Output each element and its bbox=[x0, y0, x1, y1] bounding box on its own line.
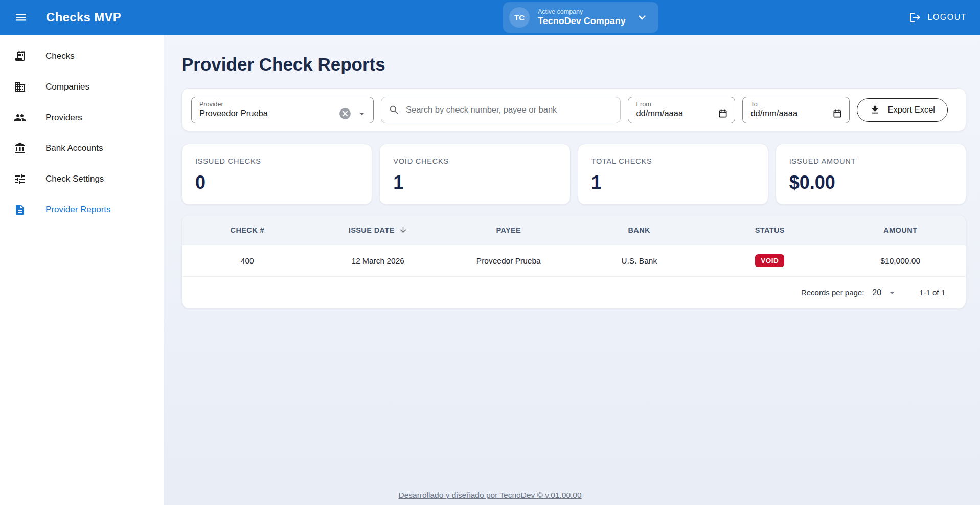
cell-issue-date: 12 March 2026 bbox=[313, 245, 444, 276]
sidebar-item-check-settings[interactable]: Check Settings bbox=[0, 164, 164, 194]
table-row[interactable]: 400 12 March 2026 Proveedor Prueba U.S. … bbox=[182, 245, 966, 276]
date-from-field[interactable]: From dd/mm/aaaa bbox=[628, 97, 735, 123]
chevron-down-icon bbox=[635, 10, 649, 25]
checks-table: CHECK # ISSUE DATE PAYEE BANK STATUS AMO… bbox=[181, 215, 966, 309]
stat-value: 1 bbox=[591, 172, 755, 193]
column-header-issue-date[interactable]: ISSUE DATE bbox=[313, 215, 444, 245]
search-input[interactable] bbox=[406, 105, 613, 115]
document-icon bbox=[14, 204, 26, 216]
bank-icon bbox=[14, 142, 26, 155]
date-to-label: To bbox=[750, 101, 757, 108]
footer-credit-link[interactable]: Desarrollado y diseñado por TecnoDev © v… bbox=[398, 491, 581, 499]
cell-bank: U.S. Bank bbox=[574, 245, 705, 276]
cell-payee: Proveedor Prueba bbox=[443, 245, 574, 276]
date-from-label: From bbox=[636, 101, 651, 108]
building-icon bbox=[14, 81, 26, 93]
column-header-status[interactable]: STATUS bbox=[704, 215, 835, 245]
receipt-icon bbox=[14, 50, 26, 62]
cell-amount: $10,000.00 bbox=[835, 245, 966, 276]
sidebar-item-label: Companies bbox=[45, 82, 89, 92]
sidebar-nav: Checks Companies Providers Bank Accounts… bbox=[0, 35, 164, 505]
sidebar-item-checks[interactable]: Checks bbox=[0, 41, 164, 72]
stat-card-issued-amount: ISSUED AMOUNT $0.00 bbox=[776, 144, 966, 205]
sidebar-item-label: Bank Accounts bbox=[45, 143, 103, 153]
people-icon bbox=[14, 112, 26, 124]
sort-desc-icon bbox=[399, 226, 407, 234]
export-excel-label: Export Excel bbox=[887, 105, 935, 115]
search-box bbox=[381, 97, 621, 123]
sidebar-item-bank-accounts[interactable]: Bank Accounts bbox=[0, 133, 164, 164]
app-title: Checks MVP bbox=[46, 10, 121, 25]
status-badge: VOID bbox=[755, 254, 784, 267]
column-header-check-number[interactable]: CHECK # bbox=[182, 215, 313, 245]
date-from-value: dd/mm/aaaa bbox=[636, 108, 718, 118]
logout-icon bbox=[909, 11, 921, 24]
sidebar-item-providers[interactable]: Providers bbox=[0, 102, 164, 133]
stat-label: VOID CHECKS bbox=[393, 157, 556, 165]
tune-sliders-icon bbox=[14, 173, 26, 185]
stat-label: ISSUED AMOUNT bbox=[789, 157, 952, 165]
provider-select-label: Provider bbox=[199, 101, 223, 108]
export-excel-button[interactable]: Export Excel bbox=[857, 98, 948, 122]
footer: Desarrollado y diseñado por TecnoDev © v… bbox=[0, 491, 980, 500]
calendar-icon[interactable] bbox=[832, 108, 842, 119]
provider-select[interactable]: Provider Proveedor Prueba bbox=[191, 97, 374, 123]
date-to-value: dd/mm/aaaa bbox=[750, 108, 832, 118]
sidebar-item-label: Provider Reports bbox=[45, 205, 111, 215]
stat-label: ISSUED CHECKS bbox=[195, 157, 358, 165]
records-per-page-value: 20 bbox=[872, 288, 881, 297]
pagination-range: 1-1 of 1 bbox=[919, 288, 945, 297]
clear-icon[interactable] bbox=[338, 107, 352, 120]
search-icon bbox=[389, 104, 400, 116]
stats-row: ISSUED CHECKS 0 VOID CHECKS 1 TOTAL CHEC… bbox=[181, 144, 966, 205]
sidebar-item-label: Checks bbox=[45, 51, 75, 61]
sidebar-item-label: Check Settings bbox=[45, 174, 104, 184]
dropdown-arrow-icon bbox=[886, 287, 898, 298]
table-header-row: CHECK # ISSUE DATE PAYEE BANK STATUS AMO… bbox=[182, 215, 966, 245]
stat-card-issued-checks: ISSUED CHECKS 0 bbox=[181, 144, 372, 205]
main-content: Provider Check Reports Provider Proveedo… bbox=[164, 35, 980, 505]
records-per-page-select[interactable]: 20 bbox=[872, 287, 898, 298]
stat-card-total-checks: TOTAL CHECKS 1 bbox=[578, 144, 768, 205]
app-header: Checks MVP TC Active company TecnoDev Co… bbox=[0, 0, 980, 35]
cell-status: VOID bbox=[704, 245, 835, 276]
stat-value: 0 bbox=[195, 172, 358, 193]
dropdown-arrow-icon[interactable] bbox=[356, 107, 368, 120]
logout-button[interactable]: LOGOUT bbox=[909, 11, 967, 24]
provider-select-value: Proveedor Prueba bbox=[199, 108, 338, 118]
logout-label: LOGOUT bbox=[927, 13, 967, 22]
column-header-payee[interactable]: PAYEE bbox=[443, 215, 574, 245]
menu-icon[interactable] bbox=[10, 7, 32, 28]
sidebar-item-companies[interactable]: Companies bbox=[0, 72, 164, 102]
filter-bar: Provider Proveedor Prueba From dd/mm/aaa… bbox=[181, 88, 966, 131]
records-per-page-label: Records per page: bbox=[801, 288, 864, 297]
active-company-name: TecnoDev Company bbox=[538, 16, 626, 27]
stat-value: 1 bbox=[393, 172, 556, 193]
download-icon bbox=[870, 104, 880, 115]
column-header-amount[interactable]: AMOUNT bbox=[835, 215, 966, 245]
calendar-icon[interactable] bbox=[718, 108, 728, 119]
stat-label: TOTAL CHECKS bbox=[591, 157, 755, 165]
company-avatar: TC bbox=[509, 7, 530, 28]
stat-card-void-checks: VOID CHECKS 1 bbox=[379, 144, 570, 205]
cell-check-number: 400 bbox=[182, 245, 313, 276]
sidebar-item-provider-reports[interactable]: Provider Reports bbox=[0, 194, 164, 225]
page-title: Provider Check Reports bbox=[181, 54, 980, 75]
column-header-bank[interactable]: BANK bbox=[574, 215, 705, 245]
stat-value: $0.00 bbox=[789, 172, 952, 193]
active-company-selector[interactable]: TC Active company TecnoDev Company bbox=[503, 2, 658, 33]
active-company-label: Active company bbox=[538, 8, 626, 15]
table-pagination: Records per page: 20 1-1 of 1 bbox=[182, 276, 966, 308]
date-to-field[interactable]: To dd/mm/aaaa bbox=[742, 97, 850, 123]
sidebar-item-label: Providers bbox=[45, 113, 82, 123]
